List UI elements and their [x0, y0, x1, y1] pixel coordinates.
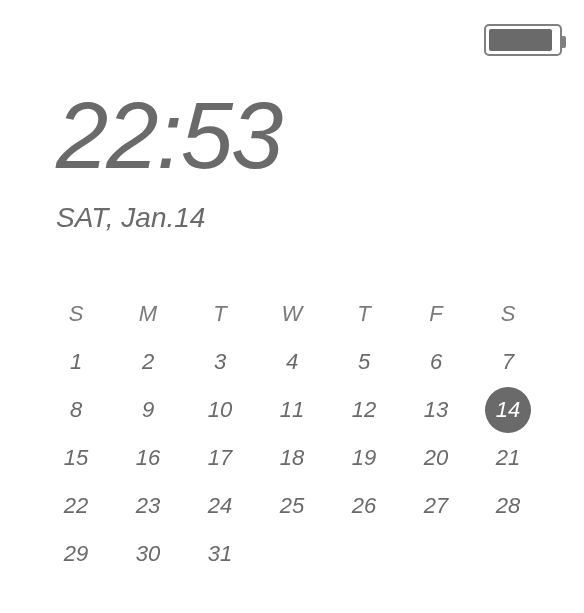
calendar-day-cell[interactable]: 14 — [472, 386, 544, 434]
calendar-day-cell[interactable]: 3 — [184, 338, 256, 386]
calendar-day-cell[interactable]: 31 — [184, 530, 256, 578]
calendar-day-cell[interactable]: 30 — [112, 530, 184, 578]
calendar-week-row: 1234567 — [40, 338, 564, 386]
calendar-day-cell[interactable]: 16 — [112, 434, 184, 482]
calendar-day-number: 25 — [280, 493, 304, 519]
calendar-day-number: 28 — [496, 493, 520, 519]
calendar-day-number: 3 — [214, 349, 226, 375]
calendar-day-number: 11 — [280, 397, 304, 423]
calendar-day-cell[interactable]: 17 — [184, 434, 256, 482]
calendar-day-cell[interactable]: 23 — [112, 482, 184, 530]
calendar-day-number: 30 — [136, 541, 160, 567]
calendar-weekday-cell: S — [472, 290, 544, 338]
calendar-day-cell[interactable]: 2 — [112, 338, 184, 386]
calendar-day-number: 16 — [136, 445, 160, 471]
calendar-day-number: 8 — [70, 397, 82, 423]
calendar-weekday-row: SMTWTFS — [40, 290, 564, 338]
calendar-day-cell — [400, 530, 472, 578]
calendar-weekday-cell: M — [112, 290, 184, 338]
calendar-day-number: 7 — [502, 349, 514, 375]
battery-indicator — [484, 24, 566, 56]
calendar-day-cell[interactable]: 1 — [40, 338, 112, 386]
calendar-day-number: 19 — [352, 445, 376, 471]
calendar-day-number: 15 — [64, 445, 88, 471]
calendar-weekday-cell: T — [328, 290, 400, 338]
calendar-day-number: 17 — [208, 445, 232, 471]
calendar-body: 1234567891011121314151617181920212223242… — [40, 338, 564, 578]
calendar-weekday-label: T — [213, 301, 226, 327]
calendar-day-cell — [328, 530, 400, 578]
calendar-day-cell[interactable]: 28 — [472, 482, 544, 530]
calendar-day-number: 23 — [136, 493, 160, 519]
clock-time: 22:53 — [56, 82, 584, 190]
calendar-day-cell — [256, 530, 328, 578]
calendar-day-cell[interactable]: 10 — [184, 386, 256, 434]
calendar-weekday-cell: F — [400, 290, 472, 338]
calendar-day-number: 14 — [496, 397, 520, 423]
calendar-week-row: 891011121314 — [40, 386, 564, 434]
calendar-day-number: 5 — [358, 349, 370, 375]
battery-shell — [484, 24, 562, 56]
calendar-day-cell[interactable]: 20 — [400, 434, 472, 482]
calendar-week-row: 15161718192021 — [40, 434, 564, 482]
calendar-day-cell[interactable]: 8 — [40, 386, 112, 434]
calendar-day-number: 27 — [424, 493, 448, 519]
calendar-day-cell[interactable]: 6 — [400, 338, 472, 386]
clock-date: SAT, Jan.14 — [56, 202, 584, 234]
calendar-day-cell[interactable]: 15 — [40, 434, 112, 482]
calendar-weekday-cell: W — [256, 290, 328, 338]
calendar-day-number: 22 — [64, 493, 88, 519]
calendar-week-row: 293031 — [40, 530, 564, 578]
calendar-day-cell[interactable]: 29 — [40, 530, 112, 578]
calendar-day-cell[interactable]: 11 — [256, 386, 328, 434]
calendar-weekday-label: M — [139, 301, 157, 327]
calendar-weekday-label: F — [429, 301, 442, 327]
calendar-day-number: 29 — [64, 541, 88, 567]
calendar-day-cell[interactable]: 13 — [400, 386, 472, 434]
calendar-day-number: 1 — [70, 349, 82, 375]
calendar-week-row: 22232425262728 — [40, 482, 564, 530]
calendar-day-cell[interactable]: 5 — [328, 338, 400, 386]
calendar-weekday-label: W — [282, 301, 303, 327]
calendar-day-cell[interactable]: 7 — [472, 338, 544, 386]
calendar-weekday-cell: S — [40, 290, 112, 338]
calendar-day-number: 18 — [280, 445, 304, 471]
calendar-day-cell[interactable]: 27 — [400, 482, 472, 530]
calendar-day-number: 10 — [208, 397, 232, 423]
calendar-day-number: 9 — [142, 397, 154, 423]
calendar-day-number: 21 — [496, 445, 520, 471]
calendar-day-number: 6 — [430, 349, 442, 375]
calendar-day-number: 31 — [208, 541, 232, 567]
calendar-day-cell[interactable]: 21 — [472, 434, 544, 482]
battery-tip — [562, 36, 566, 48]
calendar-day-cell[interactable]: 9 — [112, 386, 184, 434]
calendar-day-cell[interactable]: 19 — [328, 434, 400, 482]
calendar-day-cell[interactable]: 26 — [328, 482, 400, 530]
calendar-day-number: 12 — [352, 397, 376, 423]
calendar: SMTWTFS 12345678910111213141516171819202… — [0, 290, 584, 578]
calendar-day-cell[interactable]: 12 — [328, 386, 400, 434]
battery-fill — [489, 29, 552, 51]
calendar-day-number: 13 — [424, 397, 448, 423]
calendar-day-number: 20 — [424, 445, 448, 471]
calendar-weekday-cell: T — [184, 290, 256, 338]
calendar-day-number: 26 — [352, 493, 376, 519]
calendar-weekday-label: S — [69, 301, 84, 327]
calendar-day-cell — [472, 530, 544, 578]
calendar-day-cell[interactable]: 22 — [40, 482, 112, 530]
calendar-day-number: 2 — [142, 349, 154, 375]
calendar-day-cell[interactable]: 18 — [256, 434, 328, 482]
calendar-weekday-label: S — [501, 301, 516, 327]
calendar-day-number: 24 — [208, 493, 232, 519]
calendar-weekday-label: T — [357, 301, 370, 327]
calendar-day-cell[interactable]: 25 — [256, 482, 328, 530]
calendar-day-cell[interactable]: 24 — [184, 482, 256, 530]
calendar-day-number: 4 — [286, 349, 298, 375]
calendar-day-cell[interactable]: 4 — [256, 338, 328, 386]
